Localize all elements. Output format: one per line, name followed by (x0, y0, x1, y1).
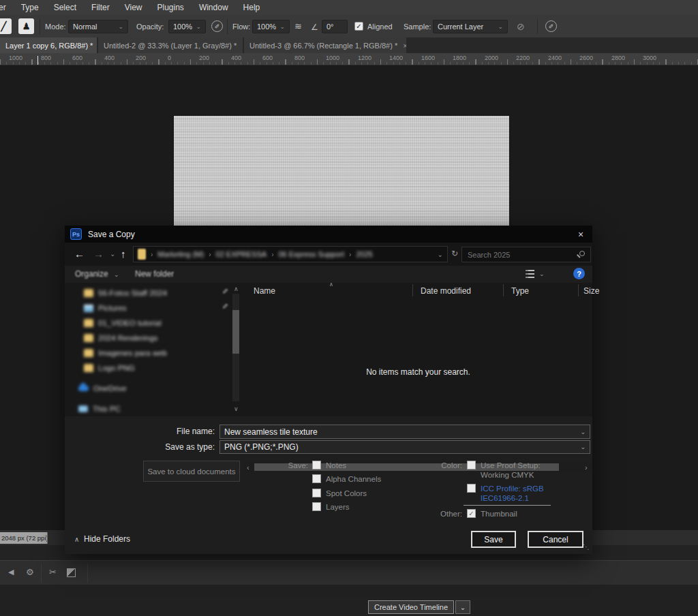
opacity-dropdown[interactable]: 100% ⌄ (168, 20, 206, 33)
breadcrumb-segment[interactable]: Marketing (M) (157, 250, 204, 258)
create-video-timeline-button[interactable]: Create Video Timeline (368, 600, 454, 614)
sidebar-item-folder[interactable]: Imagenes para web (84, 347, 167, 359)
scroll-right-icon[interactable]: › (585, 463, 588, 472)
menu-item-plugins[interactable]: Plugins (150, 3, 192, 12)
scroll-left-icon[interactable]: ‹ (247, 463, 249, 472)
file-name-input[interactable] (224, 427, 580, 437)
menu-item-select[interactable]: Select (46, 3, 84, 12)
audio-mute-icon[interactable]: ◀ (8, 568, 14, 576)
menu-item-window[interactable]: Window (192, 3, 236, 12)
view-options-icon[interactable] (526, 269, 534, 278)
menu-item-filter[interactable]: Filter (84, 3, 117, 12)
save-as-type-dropdown[interactable]: PNG (*.PNG;*.PNG) ⌄ (219, 440, 590, 454)
document-size-status[interactable]: 2048 px (72 ppi) (0, 532, 48, 544)
dialog-title-bar[interactable]: Ps Save a Copy × (65, 226, 592, 243)
flow-label: Flow: (232, 22, 250, 31)
menu-item-help[interactable]: Help (236, 3, 268, 12)
chevron-right-icon: › (209, 251, 211, 258)
address-bar[interactable]: › Marketing (M) › 02 EXPRESSA › 06 Expre… (133, 246, 448, 262)
transition-icon[interactable] (67, 568, 76, 577)
new-folder-button[interactable]: New folder (135, 269, 174, 279)
airbrush-icon[interactable]: ≋ (294, 21, 302, 31)
recent-locations-chevron-icon[interactable]: ⌄ (110, 250, 115, 258)
sidebar-scrollbar-thumb[interactable] (232, 310, 239, 354)
pressure-size-icon[interactable]: ✐ (545, 20, 557, 32)
hide-folders-button[interactable]: Hide Folders (84, 534, 130, 544)
pen-glyph: ✐ (215, 23, 220, 30)
onedrive-icon (78, 386, 89, 391)
search-icon[interactable] (579, 251, 585, 256)
breadcrumb-segment[interactable]: 2025 (356, 250, 372, 258)
opacity-value: 100% (173, 22, 192, 31)
up-icon[interactable]: ↑ (121, 248, 126, 260)
column-divider[interactable] (412, 284, 413, 296)
sidebar-item-folder[interactable]: 2024 Renderings (84, 332, 158, 344)
resize-grip[interactable]: ⋱ (583, 543, 590, 551)
pin-icon[interactable]: ✎ (220, 288, 229, 294)
spot-colors-checkbox[interactable] (312, 489, 321, 497)
column-divider[interactable] (503, 284, 504, 296)
tab-document-1[interactable]: Layer 1 copy 6, RGB/8#) * × (0, 37, 97, 53)
save-button[interactable]: Save (471, 531, 516, 548)
thumbnail-checkbox[interactable]: ✓ (467, 509, 476, 518)
icc-profile-checkbox[interactable] (467, 484, 476, 493)
column-header-type[interactable]: Type (511, 286, 529, 296)
menu-item-layer[interactable]: er (0, 3, 14, 12)
sidebar-item-this-pc[interactable]: This PC (78, 403, 121, 415)
organize-button[interactable]: Organize (75, 269, 108, 279)
save-to-cloud-documents-button[interactable]: Save to cloud documents (143, 461, 240, 482)
scroll-up-icon[interactable]: ∧ (234, 286, 239, 292)
menu-item-view[interactable]: View (117, 3, 150, 12)
pin-icon[interactable]: ✎ (220, 303, 229, 309)
stamp-glyph: ♟ (22, 21, 31, 31)
sample-dropdown[interactable]: Current Layer ⌄ (433, 20, 508, 33)
column-header-date-modified[interactable]: Date modified (421, 286, 471, 296)
sort-ascending-icon[interactable]: ∧ (329, 281, 333, 288)
aligned-checkbox[interactable]: ✓ (354, 22, 363, 31)
sidebar-item-onedrive[interactable]: OneDrive (78, 382, 127, 395)
scissors-icon[interactable]: ✂ (49, 567, 57, 577)
mode-dropdown[interactable]: Normal ⌄ (68, 20, 128, 33)
sidebar-item-folder[interactable]: 01_VIDEO tutorial (84, 317, 162, 329)
help-button[interactable]: ? (573, 268, 585, 279)
ignore-adjustment-layers-icon[interactable]: ⊘ (517, 21, 525, 32)
column-divider[interactable] (578, 284, 579, 296)
use-proof-setup-checkbox[interactable] (467, 461, 476, 469)
breadcrumb-segment[interactable]: 06 Express Support (278, 250, 344, 258)
file-name-label: File name: (160, 427, 215, 436)
notes-checkbox[interactable] (312, 461, 321, 469)
close-icon[interactable]: × (403, 42, 406, 50)
search-input[interactable] (462, 247, 574, 262)
tab-document-2[interactable]: Untitled-2 @ 33.3% (Layer 1, Gray/8#) * … (98, 37, 243, 53)
breadcrumb-segment[interactable]: 02 EXPRESSA (216, 250, 267, 258)
timeline-mode-dropdown[interactable]: ⌄ (455, 600, 470, 614)
view-options-chevron-icon[interactable]: ⌄ (539, 271, 545, 277)
layers-checkbox[interactable] (312, 502, 321, 511)
brush-preset-icon[interactable]: ╱ (0, 18, 12, 34)
menu-item-type[interactable]: Type (14, 3, 46, 12)
hide-folders-chevron-icon[interactable]: ∧ (74, 536, 79, 543)
angle-input[interactable]: 0° (322, 20, 348, 33)
column-header-size[interactable]: Size (583, 286, 599, 296)
sidebar-item-folder[interactable]: Logo PNG (84, 362, 135, 374)
pressure-opacity-icon[interactable]: ✐ (211, 20, 223, 32)
alpha-channels-checkbox[interactable] (312, 474, 321, 483)
dialog-close-button[interactable]: × (569, 226, 592, 243)
sidebar-item-pictures[interactable]: Pictures (84, 302, 127, 314)
ruler-label: 1400 (389, 55, 403, 61)
close-icon[interactable]: × (242, 42, 243, 50)
cancel-button[interactable]: Cancel (528, 531, 583, 548)
clone-stamp-icon[interactable]: ♟ (18, 18, 34, 34)
flow-dropdown[interactable]: 100% ⌄ (252, 20, 290, 33)
gear-icon[interactable]: ⚙ (26, 567, 34, 577)
tab-document-3[interactable]: Untitled-3 @ 66.7% (Rectangle 1, RGB/8#)… (244, 37, 406, 53)
folder-icon (84, 320, 93, 327)
back-icon[interactable]: ← (74, 248, 85, 260)
column-header-name[interactable]: Name (254, 286, 275, 296)
scroll-down-icon[interactable]: ∨ (234, 405, 239, 412)
sidebar-item-folder[interactable]: 56-Fotos Staff 2024 (84, 287, 167, 299)
address-dropdown-chevron-icon[interactable]: ⌄ (438, 251, 443, 258)
chevron-down-icon[interactable]: ⌄ (580, 429, 586, 435)
sidebar-item-label: OneDrive (93, 384, 127, 392)
refresh-icon[interactable]: ↻ (451, 249, 458, 258)
